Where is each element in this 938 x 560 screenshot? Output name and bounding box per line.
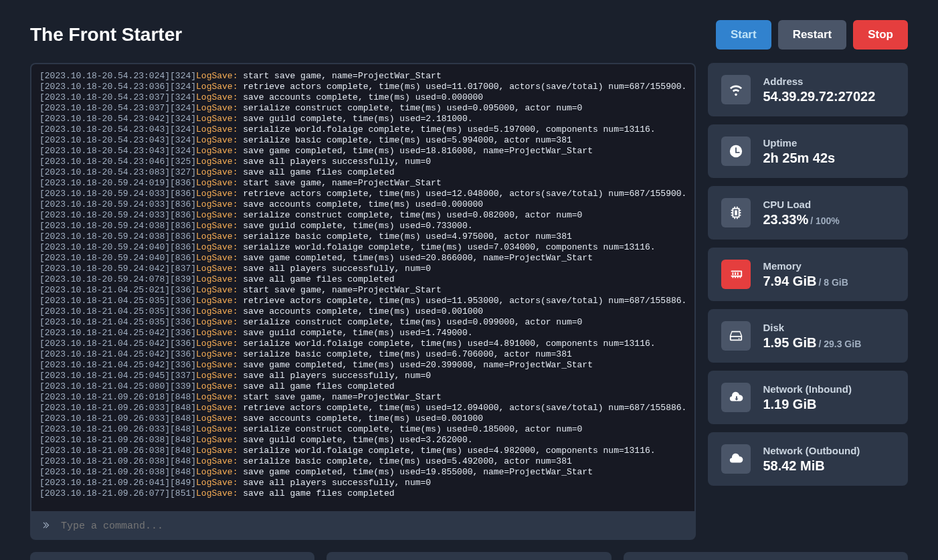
address-card[interactable]: Address 54.39.29.72:27022: [708, 63, 908, 116]
log-line: [2023.10.18-20.59.24:040][836]LogSave: s…: [39, 242, 686, 253]
uptime-card[interactable]: Uptime 2h 25m 42s: [708, 124, 908, 178]
cloud-upload-icon: [721, 444, 751, 474]
chevron-right-icon: [42, 521, 52, 532]
address-value: 54.39.29.72:27022: [763, 89, 875, 104]
cpu-icon: [721, 198, 751, 227]
cpu-card[interactable]: CPU Load 23.33%/ 100%: [708, 186, 908, 240]
restart-button[interactable]: Restart: [778, 20, 847, 50]
log-line: [2023.10.18-20.59.24:033][836]LogSave: s…: [39, 199, 686, 210]
log-line: [2023.10.18-20.54.23:083][327]LogSave: s…: [39, 167, 686, 178]
log-line: [2023.10.18-20.59.24:040][836]LogSave: s…: [39, 253, 686, 264]
log-line: [2023.10.18-20.59.24:033][836]LogSave: r…: [39, 189, 686, 199]
disk-label: Disk: [763, 322, 861, 333]
log-line: [2023.10.18-20.54.23:036][324]LogSave: r…: [39, 82, 686, 92]
net-in-value: 1.19 GiB: [763, 397, 851, 412]
bottom-panels: [30, 552, 908, 560]
log-line: [2023.10.18-20.59.24:078][839]LogSave: s…: [39, 274, 686, 285]
wifi-icon: [721, 75, 751, 104]
log-line: [2023.10.18-21.04.25:042][336]LogSave: s…: [39, 349, 686, 360]
cpu-value: 23.33%: [763, 212, 808, 227]
log-line: [2023.10.18-20.59.24:038][836]LogSave: s…: [39, 231, 686, 242]
log-line: [2023.10.18-21.09.26:038][848]LogSave: s…: [39, 446, 686, 456]
log-line: [2023.10.18-21.09.26:033][848]LogSave: r…: [39, 403, 686, 413]
cpu-label: CPU Load: [763, 199, 839, 210]
net-in-label: Network (Inbound): [763, 383, 851, 395]
log-line: [2023.10.18-21.04.25:035][336]LogSave: s…: [39, 317, 686, 328]
log-line: [2023.10.18-21.04.25:021][336]LogSave: s…: [39, 285, 686, 296]
disk-icon: [721, 321, 751, 351]
console-input-row: [30, 512, 696, 540]
stop-button[interactable]: Stop: [853, 20, 908, 50]
log-line: [2023.10.18-21.09.26:033][848]LogSave: s…: [39, 413, 686, 424]
log-line: [2023.10.18-21.09.26:033][848]LogSave: s…: [39, 424, 686, 435]
network-inbound-card[interactable]: Network (Inbound) 1.19 GiB: [708, 371, 908, 424]
log-line: [2023.10.18-20.59.24:019][836]LogSave: s…: [39, 178, 686, 189]
memory-card[interactable]: Memory 7.94 GiB/ 8 GiB: [708, 248, 908, 301]
log-line: [2023.10.18-21.04.25:042][336]LogSave: s…: [39, 360, 686, 371]
network-outbound-card[interactable]: Network (Outbound) 58.42 MiB: [708, 432, 908, 486]
log-line: [2023.10.18-21.04.25:045][337]LogSave: s…: [39, 371, 686, 381]
address-label: Address: [763, 76, 875, 87]
log-line: [2023.10.18-20.59.24:033][836]LogSave: s…: [39, 210, 686, 221]
log-line: [2023.10.18-20.54.23:043][324]LogSave: s…: [39, 146, 686, 157]
disk-max: / 29.3 GiB: [818, 339, 861, 349]
log-line: [2023.10.18-21.09.26:018][848]LogSave: s…: [39, 392, 686, 403]
disk-value: 1.95 GiB: [763, 335, 816, 350]
log-line: [2023.10.18-21.09.26:038][848]LogSave: s…: [39, 467, 686, 478]
cloud-download-icon: [721, 383, 751, 412]
memory-value: 7.94 GiB: [763, 274, 816, 288]
start-button[interactable]: Start: [716, 20, 771, 50]
net-out-label: Network (Outbound): [763, 445, 860, 456]
log-line: [2023.10.18-21.09.26:041][849]LogSave: s…: [39, 478, 686, 488]
page-title: The Front Starter: [30, 24, 182, 45]
log-line: [2023.10.18-20.54.23:037][324]LogSave: s…: [39, 92, 686, 103]
clock-icon: [721, 136, 751, 166]
log-line: [2023.10.18-20.54.23:024][324]LogSave: s…: [39, 71, 686, 82]
log-line: [2023.10.18-21.09.26:077][851]LogSave: s…: [39, 488, 686, 499]
memory-label: Memory: [763, 260, 848, 272]
net-out-value: 58.42 MiB: [763, 458, 860, 474]
log-line: [2023.10.18-20.54.23:046][325]LogSave: s…: [39, 157, 686, 167]
bottom-panel-stub: [30, 552, 314, 560]
log-line: [2023.10.18-20.54.23:043][324]LogSave: s…: [39, 135, 686, 146]
log-line: [2023.10.18-21.04.25:035][336]LogSave: r…: [39, 296, 686, 306]
disk-card[interactable]: Disk 1.95 GiB/ 29.3 GiB: [708, 309, 908, 363]
uptime-value: 2h 25m 42s: [763, 151, 835, 166]
log-line: [2023.10.18-21.09.26:038][848]LogSave: s…: [39, 456, 686, 467]
power-button-group: Start Restart Stop: [716, 20, 908, 50]
log-line: [2023.10.18-21.09.26:038][848]LogSave: s…: [39, 435, 686, 446]
console-output[interactable]: [2023.10.18-20.54.23:024][324]LogSave: s…: [31, 64, 694, 511]
stats-sidebar: Address 54.39.29.72:27022 Uptime 2h 25m …: [708, 63, 908, 540]
bottom-panel-stub: [326, 552, 611, 560]
log-line: [2023.10.18-21.04.25:042][336]LogSave: s…: [39, 339, 686, 349]
uptime-label: Uptime: [763, 137, 835, 149]
log-line: [2023.10.18-20.54.23:037][324]LogSave: s…: [39, 103, 686, 114]
log-line: [2023.10.18-21.04.25:080][339]LogSave: s…: [39, 381, 686, 392]
log-line: [2023.10.18-20.54.23:042][324]LogSave: s…: [39, 114, 686, 124]
log-line: [2023.10.18-21.04.25:035][336]LogSave: s…: [39, 306, 686, 317]
memory-icon: [721, 260, 751, 289]
cpu-max: / 100%: [810, 215, 840, 226]
log-line: [2023.10.18-20.59.24:038][836]LogSave: s…: [39, 221, 686, 231]
memory-max: / 8 GiB: [818, 277, 848, 288]
bottom-panel-stub: [624, 552, 908, 560]
log-line: [2023.10.18-20.59.24:042][837]LogSave: s…: [39, 264, 686, 274]
log-line: [2023.10.18-20.54.23:043][324]LogSave: s…: [39, 124, 686, 135]
console-panel: [2023.10.18-20.54.23:024][324]LogSave: s…: [30, 63, 696, 540]
command-input[interactable]: [61, 521, 684, 532]
log-line: [2023.10.18-21.04.25:042][336]LogSave: s…: [39, 328, 686, 339]
header: The Front Starter Start Restart Stop: [30, 20, 908, 50]
